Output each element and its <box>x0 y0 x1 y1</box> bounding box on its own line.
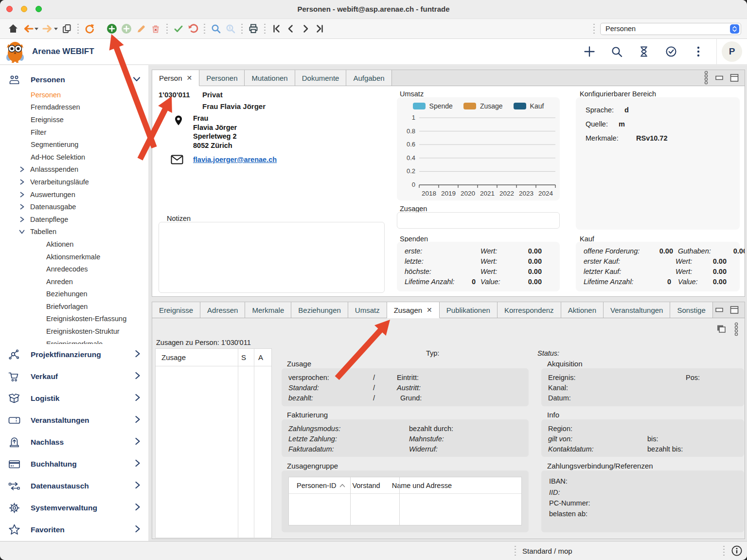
next-record-button[interactable] <box>298 21 313 36</box>
user-avatar[interactable]: P <box>722 41 742 62</box>
panel-minimize-icon[interactable] <box>715 306 723 314</box>
sidebar-item-anreden[interactable]: Anreden <box>0 275 148 288</box>
sidebar-item-anlassspenden[interactable]: Anlassspenden <box>0 163 148 176</box>
zusagen-list-title: Zusagen zu Person: 1'030'011 <box>156 339 251 346</box>
delete-button[interactable] <box>148 21 163 36</box>
zusagen-summary-box[interactable] <box>397 212 560 229</box>
add-button[interactable] <box>105 21 119 36</box>
sidebar-item-aktionsmerkmale[interactable]: Aktionsmerkmale <box>0 251 148 263</box>
sidebar-section-favoriten[interactable]: Favoriten <box>0 519 148 541</box>
tab-person[interactable]: Person✕ <box>152 70 199 86</box>
sidebar-root-personen[interactable]: Personen <box>0 71 148 89</box>
sidebar-item-filter[interactable]: Filter <box>0 126 148 139</box>
edit-button[interactable] <box>134 21 148 36</box>
panel-options-icon[interactable] <box>704 71 709 85</box>
context-selector[interactable]: Personen <box>600 23 741 35</box>
notes-box[interactable] <box>159 222 385 293</box>
tab-korrespondenz[interactable]: Korrespondenz <box>498 302 561 318</box>
tab-umsatz[interactable]: Umsatz <box>348 302 387 318</box>
panel-maximize-icon[interactable] <box>730 306 739 314</box>
selector-stepper-icon[interactable] <box>730 24 739 34</box>
tab-ereignisse[interactable]: Ereignisse <box>152 302 200 318</box>
minimize-window-icon[interactable] <box>21 6 27 12</box>
sidebar-item-tabellen[interactable]: Tabellen <box>0 226 148 238</box>
tab-merkmale[interactable]: Merkmale <box>245 302 291 318</box>
sidebar-section-buchhaltung[interactable]: Buchhaltung <box>0 453 148 475</box>
last-record-button[interactable] <box>313 21 327 36</box>
previous-record-button[interactable] <box>284 21 298 36</box>
more-menu-button[interactable] <box>691 44 706 59</box>
panel-maximize-icon[interactable] <box>730 74 739 82</box>
first-record-button[interactable] <box>269 21 284 36</box>
zoom-window-icon[interactable] <box>36 6 42 12</box>
zusagen-list-table[interactable]: Zusage S A <box>155 348 272 538</box>
sidebar-item-beziehungen[interactable]: Beziehungen <box>0 288 148 301</box>
back-button[interactable] <box>20 21 40 36</box>
advanced-search-button[interactable] <box>223 21 238 36</box>
tab-aufgaben[interactable]: Aufgaben <box>346 70 391 86</box>
info-button[interactable] <box>731 545 743 557</box>
sidebar-item-anredecodes[interactable]: Anredecodes <box>0 263 148 275</box>
sidebar-section-projektfinanzierung[interactable]: Projektfinanzierung <box>0 344 148 366</box>
sidebar-section-nachlass[interactable]: Nachlass <box>0 432 148 453</box>
sidebar-item-auswertungen[interactable]: Auswertungen <box>0 188 148 201</box>
sidebar-section-systemverwaltung[interactable]: Systemverwaltung <box>0 497 148 519</box>
sidebar-item-briefvorlagen[interactable]: Briefvorlagen <box>0 300 148 313</box>
panel-minimize-icon[interactable] <box>715 74 723 82</box>
tab-aktionen[interactable]: Aktionen <box>561 302 604 318</box>
sidebar-item-aktionen[interactable]: Aktionen <box>0 238 148 251</box>
tab-mutationen[interactable]: Mutationen <box>245 70 295 86</box>
sidebar-item-fremdadressen[interactable]: Fremdadressen <box>0 101 148 114</box>
column-zusage[interactable]: Zusage <box>156 353 238 361</box>
person-email-link[interactable]: flavia.joerger@arenae.ch <box>193 156 277 163</box>
column-personen-id[interactable]: Personen-ID <box>289 482 345 489</box>
tab-beziehungen[interactable]: Beziehungen <box>291 302 348 318</box>
quick-add-button[interactable] <box>582 44 597 59</box>
panel-options-icon[interactable] <box>734 322 739 337</box>
confirm-button[interactable] <box>171 21 186 36</box>
tab-personen[interactable]: Personen <box>199 70 245 86</box>
tasks-button[interactable] <box>664 44 678 59</box>
tab-dokumente[interactable]: Dokumente <box>295 70 347 86</box>
sidebar-item-ereigniskosten-struktur[interactable]: Ereigniskosten-Struktur <box>0 325 148 338</box>
sidebar-section-datenaustausch[interactable]: Datenaustausch <box>0 475 148 497</box>
tab-adressen[interactable]: Adressen <box>200 302 245 318</box>
tab-close-icon[interactable]: ✕ <box>427 306 432 314</box>
close-window-icon[interactable] <box>6 6 13 12</box>
tab-sonstige[interactable]: Sonstige <box>670 302 712 318</box>
sidebar-item-datenpflege[interactable]: Datenpflege <box>0 213 148 226</box>
cascade-windows-icon[interactable] <box>716 325 726 333</box>
sidebar-item-adhoc-selektion[interactable]: Ad-Hoc Selektion <box>0 151 148 163</box>
tab-zusagen[interactable]: Zusagen✕ <box>387 302 440 318</box>
duplicate-button[interactable] <box>59 21 74 36</box>
history-button[interactable] <box>637 44 651 59</box>
undo-button[interactable] <box>186 21 200 36</box>
global-search-button[interactable] <box>609 44 624 59</box>
column-a[interactable]: A <box>254 353 263 361</box>
refresh-button[interactable] <box>82 21 97 36</box>
sidebar-item-verarbeitungslaeufe[interactable]: Verarbeitungsläufe <box>0 176 148 188</box>
sidebar-item-personen[interactable]: Personen <box>0 89 148 101</box>
sidebar-section-logistik[interactable]: Logistik <box>0 388 148 410</box>
zusage-group-box: versprochen:/Eintritt: Standard:/Austrit… <box>282 368 529 406</box>
zusagengruppe-table[interactable]: Personen-ID Vorstand Name und Adresse <box>288 477 522 525</box>
sidebar-section-verkauf[interactable]: Verkauf <box>0 366 148 388</box>
svg-text:2021: 2021 <box>480 190 495 197</box>
tab-publikationen[interactable]: Publikationen <box>440 302 498 318</box>
sidebar-item-ereigniskosten-erfassung[interactable]: Ereigniskosten-Erfassung <box>0 313 148 325</box>
column-name-adresse[interactable]: Name und Adresse <box>380 482 452 489</box>
forward-button[interactable] <box>40 21 59 36</box>
sidebar-item-datenausgabe[interactable]: Datenausgabe <box>0 200 148 213</box>
column-vorstand[interactable]: Vorstand <box>345 482 380 489</box>
add-secondary-button[interactable] <box>119 21 134 36</box>
tab-veranstaltungen[interactable]: Veranstaltungen <box>604 302 670 318</box>
sidebar-item-segmentierung[interactable]: Segmentierung <box>0 138 148 151</box>
search-button[interactable] <box>209 21 223 36</box>
home-button[interactable] <box>6 21 20 36</box>
sidebar-section-veranstaltungen[interactable]: Veranstaltungen <box>0 410 148 432</box>
sidebar-item-ereignisse[interactable]: Ereignisse <box>0 113 148 126</box>
tab-close-icon[interactable]: ✕ <box>187 74 193 82</box>
print-button[interactable] <box>246 21 261 36</box>
sidebar-item-ereignismerkmale[interactable]: Ereignismerkmale <box>0 338 148 344</box>
column-s[interactable]: S <box>238 353 254 361</box>
